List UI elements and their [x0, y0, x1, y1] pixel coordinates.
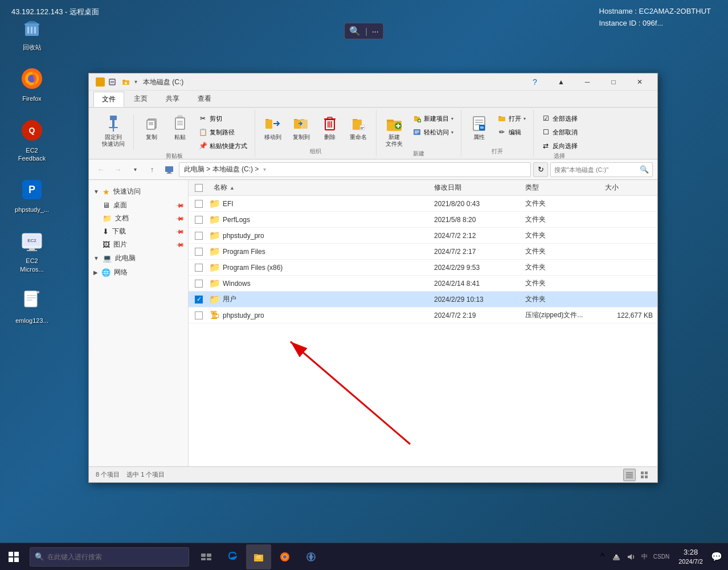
explorer-btn[interactable] [246, 544, 271, 569]
desktop-icon-emlog[interactable]: emlog123... [11, 285, 52, 327]
programfiles-check[interactable] [195, 248, 203, 256]
pin-quickaccess-btn[interactable]: 固定到快速访问 [98, 112, 129, 150]
file-row-phpstudy-zip[interactable]: 🗜 phpstudy_pro 2024/7/2 2:19 压缩(zipped)文… [189, 307, 657, 323]
selectall-btn[interactable]: ☑ 全部选择 [538, 112, 580, 125]
edit-small-btn[interactable]: ✏ 编辑 [494, 126, 529, 138]
efi-checkbox[interactable] [189, 200, 209, 208]
start-button[interactable] [0, 543, 27, 571]
invert-btn[interactable]: ⇄ 反向选择 [538, 140, 580, 152]
programfilesx86-check[interactable] [195, 264, 203, 272]
desktop-icon-ec2micros[interactable]: EC2 EC2Micros... [11, 225, 52, 276]
file-row-programfilesx86[interactable]: 📁 Program Files (x86) 2024/2/29 9:53 文件夹 [189, 260, 657, 276]
moveto-btn[interactable]: 移动到 [260, 112, 286, 143]
rename-btn[interactable]: 重命名 [345, 112, 371, 143]
copyto-btn[interactable]: 复制到 [288, 112, 314, 143]
efi-check[interactable] [195, 200, 203, 208]
ribbon-collapse-btn[interactable]: ▲ [548, 73, 574, 91]
file-row-phpstudy-folder[interactable]: 📁 phpstudy_pro 2024/7/2 2:12 文件夹 [189, 228, 657, 244]
phpstudyzip-checkbox[interactable] [189, 311, 209, 319]
ribbon-tab-share[interactable]: 共享 [157, 91, 188, 106]
edge-btn[interactable] [220, 544, 245, 569]
tray-expand-btn[interactable]: ^ [597, 544, 608, 569]
users-check[interactable]: ✓ [195, 296, 203, 304]
file-row-efi[interactable]: 📁 EFI 2021/8/20 0:43 文件夹 [189, 196, 657, 212]
easyaccess-btn[interactable]: 轻松访问 ▾ [410, 126, 456, 138]
taskbar-search-box[interactable]: 🔍 [30, 547, 189, 567]
copypath-btn[interactable]: 📋 复制路径 [195, 126, 250, 138]
ribbon-tab-view[interactable]: 查看 [189, 91, 220, 106]
paste-shortcut-btn[interactable]: 📌 粘贴快捷方式 [195, 140, 250, 152]
header-date-col[interactable]: 修改日期 [430, 183, 521, 192]
file-row-users[interactable]: ✓ 📁 用户 2024/2/29 10:13 文件夹 [189, 292, 657, 307]
header-type-col[interactable]: 类型 [521, 183, 600, 192]
desktop-icon-firefox[interactable]: Firefox [11, 63, 52, 105]
cut-small-btn[interactable]: ✂ 剪切 [195, 112, 250, 125]
recent-btn[interactable]: ▾ [128, 162, 142, 177]
header-name-col[interactable]: 名称 ▲ [209, 183, 430, 192]
sidebar-quickaccess-header[interactable]: ▼ ★ 快速访问 [89, 184, 188, 199]
newfolder-btn[interactable]: 新建文件夹 [381, 112, 407, 150]
perflogs-check[interactable] [195, 216, 203, 224]
magnifier-bar[interactable]: 🔍 | ··· [344, 23, 383, 39]
header-size-col[interactable]: 大小 [600, 183, 657, 192]
perflogs-checkbox[interactable] [189, 216, 209, 224]
network-taskbar-btn[interactable] [298, 544, 324, 569]
sidebar-item-downloads[interactable]: ⬇ 下载 📌 [89, 225, 188, 238]
up-btn[interactable]: ↑ [145, 162, 159, 177]
back-btn[interactable]: ← [93, 162, 108, 177]
refresh-btn[interactable]: ↻ [533, 162, 548, 177]
taskview-btn[interactable] [194, 544, 219, 569]
ribbon-tab-file[interactable]: 文件 [93, 92, 124, 107]
phpstudy-folder-checkbox[interactable] [189, 232, 209, 240]
sidebar-item-pictures[interactable]: 🖼 图片 📌 [89, 238, 188, 251]
delete-btn[interactable]: 删除 [317, 112, 343, 143]
sidebar-item-docs[interactable]: 📁 文档 📌 [89, 212, 188, 225]
windows-check[interactable] [195, 280, 203, 288]
path-dropdown-btn[interactable]: ▾ [263, 166, 266, 173]
copy-btn[interactable]: 复制 [138, 112, 165, 143]
open-small-btn[interactable]: 打开 ▾ [494, 112, 529, 125]
desktop-icon-phpstudy[interactable]: P phpstudy_... [11, 174, 52, 216]
volume-tray-icon[interactable] [624, 544, 638, 569]
tray-lang-indicator[interactable]: 中 [639, 552, 650, 561]
sidebar-network-header[interactable]: ▶ 🌐 网络 [89, 265, 188, 280]
selectnone-btn[interactable]: ☐ 全部取消 [538, 126, 580, 138]
detail-view-btn[interactable] [623, 469, 636, 481]
desktop-icon-ec2feedback[interactable]: Q EC2Feedback [11, 114, 52, 165]
file-row-perflogs[interactable]: 📁 PerfLogs 2021/5/8 8:20 文件夹 [189, 212, 657, 228]
network-tray-icon[interactable] [610, 544, 623, 569]
programfiles-checkbox[interactable] [189, 248, 209, 256]
minimize-btn[interactable]: ─ [574, 73, 600, 91]
help-btn[interactable]: ? [522, 73, 548, 91]
icon-view-btn[interactable] [638, 469, 651, 481]
windows-checkbox[interactable] [189, 280, 209, 288]
file-row-windows[interactable]: 📁 Windows 2024/2/14 8:41 文件夹 [189, 276, 657, 292]
qat-properties-btn[interactable] [106, 76, 118, 88]
programfilesx86-checkbox[interactable] [189, 264, 209, 272]
properties-btn[interactable]: 属性 [466, 112, 492, 143]
file-row-programfiles[interactable]: 📁 Program Files 2024/7/2 2:17 文件夹 [189, 244, 657, 260]
search-input[interactable] [554, 166, 637, 173]
address-path[interactable]: 此电脑 > 本地磁盘 (C:) > ▾ [179, 162, 531, 177]
taskbar-search-input[interactable] [47, 553, 184, 561]
maximize-btn[interactable]: □ [600, 73, 627, 91]
firefox-taskbar-btn[interactable] [272, 544, 297, 569]
sidebar-item-desktop[interactable]: 🖥 桌面 📌 [89, 199, 188, 212]
newitem-btn[interactable]: 新建项目 ▾ [410, 112, 456, 125]
forward-btn[interactable]: → [111, 162, 125, 177]
phpstudyzip-check[interactable] [195, 311, 203, 319]
ribbon-tab-home[interactable]: 主页 [125, 91, 156, 106]
qat-dropdown[interactable]: ▾ [134, 79, 137, 85]
qat-new-folder-btn[interactable] [120, 76, 132, 88]
paste-btn[interactable]: 粘贴 [167, 112, 193, 143]
header-checkbox-col[interactable] [189, 184, 209, 192]
users-checkbox[interactable]: ✓ [189, 296, 209, 304]
sidebar-thispc-header[interactable]: ▼ 💻 此电脑 [89, 251, 188, 265]
search-box[interactable]: 🔍 [550, 162, 653, 177]
clock[interactable]: 3:28 2024/7/2 [674, 547, 707, 567]
phpstudy-folder-check[interactable] [195, 232, 203, 240]
notification-btn[interactable]: 💬 [710, 544, 723, 569]
select-all-checkbox[interactable] [195, 184, 203, 192]
desktop-icon-recycle[interactable]: 回收站 [11, 11, 52, 54]
close-btn[interactable]: ✕ [627, 73, 653, 91]
